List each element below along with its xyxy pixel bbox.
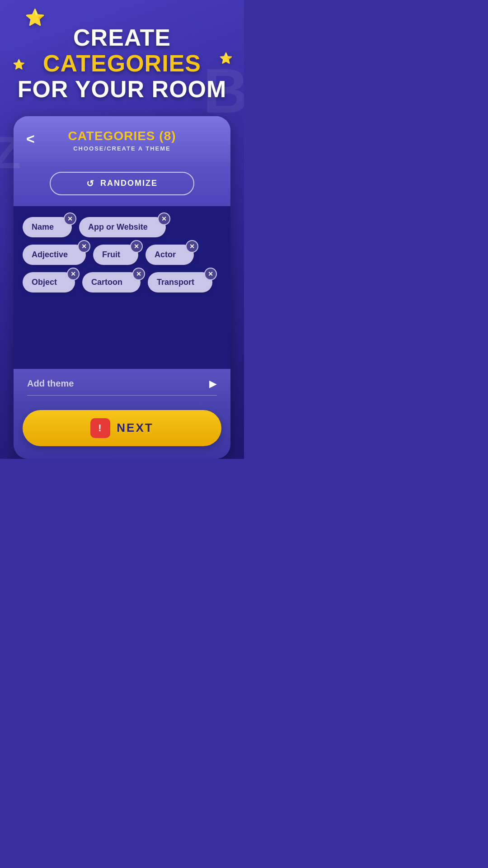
warning-icon: ! (90, 418, 110, 438)
chip-app-or-website-label: App or Website (88, 222, 148, 231)
chip-cartoon[interactable]: Cartoon ✕ (82, 272, 141, 292)
background: ⭐ ⭐ ⭐ B Z CREATE CATEGORIES FOR YOUR ROO… (0, 0, 244, 459)
card-title: CATEGORIES (8) (27, 129, 217, 143)
randomize-section: ↺ RANDOMIZE (14, 162, 230, 200)
chip-object[interactable]: Object ✕ (23, 272, 75, 292)
chip-name-label: Name (32, 222, 54, 231)
chip-transport-label: Transport (157, 278, 194, 287)
title-for-your-room: FOR YOUR ROOM (18, 76, 227, 102)
chip-actor-label: Actor (155, 250, 176, 259)
star-decoration-1: ⭐ (25, 8, 45, 27)
add-theme-send-button[interactable]: ▶ (209, 378, 217, 390)
chip-transport-remove[interactable]: ✕ (204, 268, 217, 280)
categories-area: Name ✕ App or Website ✕ Adjective ✕ Frui… (14, 206, 230, 369)
randomize-icon: ↺ (86, 178, 95, 189)
next-button-label: NEXT (117, 421, 153, 435)
randomize-label: RANDOMIZE (100, 179, 158, 188)
main-card: < CATEGORIES (8) CHOOSE/CREATE A THEME ↺… (14, 116, 230, 459)
title-categories: CATEGORIES (43, 50, 201, 76)
chip-cartoon-remove[interactable]: ✕ (132, 268, 145, 280)
page-title: CREATE CATEGORIES FOR YOUR ROOM (14, 25, 230, 103)
send-icon: ▶ (209, 378, 217, 389)
chip-adjective-label: Adjective (32, 250, 68, 259)
chip-app-or-website[interactable]: App or Website ✕ (79, 217, 166, 237)
next-button[interactable]: ! NEXT (23, 410, 221, 446)
add-theme-row: ▶ (27, 378, 217, 396)
chips-container: Name ✕ App or Website ✕ Adjective ✕ Frui… (23, 217, 221, 292)
back-button[interactable]: < (26, 132, 35, 146)
chip-cartoon-label: Cartoon (91, 278, 122, 287)
warning-symbol: ! (98, 422, 103, 434)
chip-object-label: Object (32, 278, 57, 287)
card-header: < CATEGORIES (8) CHOOSE/CREATE A THEME (14, 116, 230, 162)
star-decoration-3: ⭐ (219, 52, 233, 65)
chip-actor[interactable]: Actor ✕ (145, 245, 194, 265)
chip-fruit-label: Fruit (102, 250, 120, 259)
chip-name[interactable]: Name ✕ (23, 217, 72, 237)
add-theme-section: ▶ (14, 369, 230, 403)
chip-adjective[interactable]: Adjective ✕ (23, 245, 86, 265)
chip-actor-remove[interactable]: ✕ (186, 240, 198, 253)
chip-app-or-website-remove[interactable]: ✕ (158, 212, 170, 225)
randomize-button[interactable]: ↺ RANDOMIZE (50, 172, 194, 195)
title-create: CREATE (73, 24, 171, 51)
chip-fruit-remove[interactable]: ✕ (130, 240, 143, 253)
chip-name-remove[interactable]: ✕ (64, 212, 76, 225)
chip-fruit[interactable]: Fruit ✕ (93, 245, 138, 265)
chip-adjective-remove[interactable]: ✕ (78, 240, 90, 253)
chip-object-remove[interactable]: ✕ (67, 268, 80, 280)
next-button-section: ! NEXT (14, 403, 230, 459)
card-subtitle: CHOOSE/CREATE A THEME (27, 145, 217, 152)
star-decoration-2: ⭐ (13, 59, 25, 71)
add-theme-input[interactable] (27, 378, 209, 389)
chip-transport[interactable]: Transport ✕ (148, 272, 212, 292)
